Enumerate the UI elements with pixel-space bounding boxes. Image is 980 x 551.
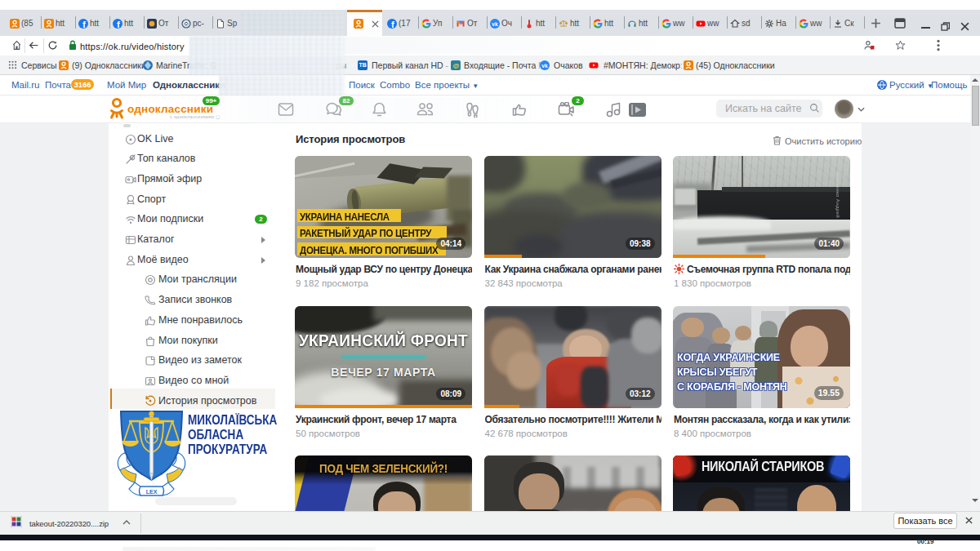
- svg-text:vk: vk: [541, 63, 548, 69]
- svg-text:LEX: LEX: [146, 489, 158, 495]
